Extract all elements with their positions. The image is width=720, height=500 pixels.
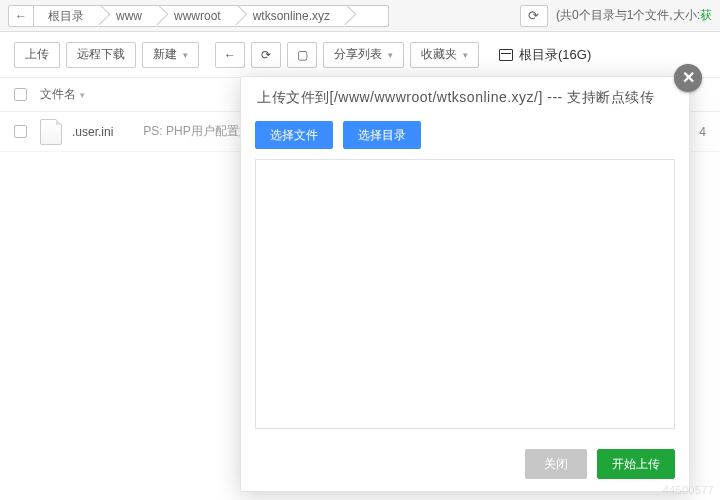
breadcrumb-stats: (共0个目录与1个文件,大小:获 [556,7,712,24]
remote-download-button[interactable]: 远程下载 [66,42,136,68]
sort-icon: ▾ [80,90,85,100]
back-button[interactable]: ← [215,42,245,68]
share-list-button[interactable]: 分享列表 [323,42,404,68]
new-button[interactable]: 新建 [142,42,199,68]
file-name: .user.ini [72,125,113,139]
file-icon [40,119,62,145]
watermark: 44500577 [663,484,714,496]
start-upload-button[interactable]: 开始上传 [597,449,675,479]
column-name[interactable]: 文件名 ▾ [40,86,230,103]
modal-close-button[interactable]: 关闭 [525,449,587,479]
breadcrumb-bar: ← 根目录 www wwwroot wtksonline.xyz ⟳ (共0个目… [0,0,720,32]
disk-usage[interactable]: 根目录(16G) [499,46,591,64]
select-file-button[interactable]: 选择文件 [255,121,333,149]
breadcrumb: 根目录 www wwwroot wtksonline.xyz [34,5,389,27]
breadcrumb-item-root[interactable]: 根目录 [34,6,102,26]
toolbar: 上传 远程下载 新建 ← ⟳ ▢ 分享列表 收藏夹 根目录(16G) [0,32,720,78]
row-checkbox[interactable] [14,125,27,138]
disk-label: 根目录(16G) [519,46,591,64]
refresh-button[interactable]: ⟳ [251,42,281,68]
breadcrumb-item-wwwroot[interactable]: wwwroot [160,6,239,26]
select-folder-button[interactable]: 选择目录 [343,121,421,149]
modal-title: 上传文件到[/www/wwwroot/wtksonline.xyz/] --- … [241,77,689,115]
breadcrumb-back-button[interactable]: ← [8,5,34,27]
upload-dropzone[interactable] [255,159,675,429]
terminal-button[interactable]: ▢ [287,42,317,68]
upload-modal: ✕ 上传文件到[/www/wwwroot/wtksonline.xyz/] --… [240,76,690,492]
breadcrumb-item-domain[interactable]: wtksonline.xyz [239,6,348,26]
breadcrumb-reload-button[interactable]: ⟳ [520,5,548,27]
breadcrumb-item-www[interactable]: www [102,6,160,26]
favorites-button[interactable]: 收藏夹 [410,42,479,68]
select-all-checkbox[interactable] [14,88,27,101]
upload-button[interactable]: 上传 [14,42,60,68]
disk-icon [499,49,513,61]
breadcrumb-item-current[interactable] [348,6,388,26]
close-icon[interactable]: ✕ [674,64,702,92]
file-tail: 4 [699,125,706,139]
